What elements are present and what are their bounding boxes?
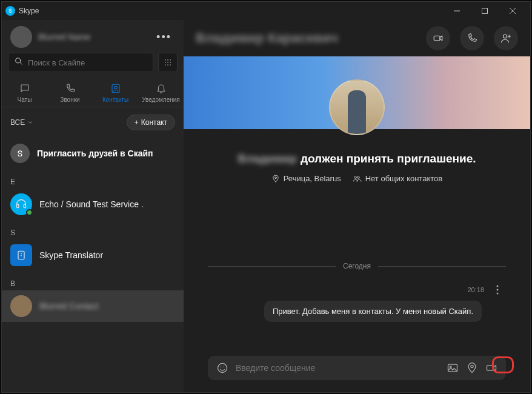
skype-logo-icon [5, 6, 15, 16]
message-input-bar[interactable] [208, 356, 506, 380]
add-user-icon [500, 33, 511, 44]
svg-point-30 [497, 285, 499, 287]
chevron-down-icon [27, 119, 33, 125]
svg-rect-22 [434, 36, 440, 41]
svg-point-38 [471, 365, 473, 367]
video-message-button[interactable] [485, 362, 497, 374]
svg-point-35 [224, 367, 225, 368]
image-icon [447, 362, 459, 374]
plus-icon: + [135, 118, 139, 127]
pin-icon [466, 362, 478, 374]
message-menu-button[interactable] [489, 281, 506, 298]
people-icon [352, 175, 362, 183]
minimize-button[interactable] [443, 2, 471, 20]
skype-icon [10, 144, 30, 163]
contact-avatar [10, 295, 32, 317]
filter-all[interactable]: ВСЕ [10, 118, 33, 127]
add-contact-button[interactable]: + Контакт [127, 115, 175, 130]
presence-online-icon [26, 209, 33, 216]
tab-calls[interactable]: Звонки [47, 78, 93, 107]
bell-icon [156, 83, 167, 94]
profile-avatar[interactable] [329, 79, 385, 135]
svg-point-32 [497, 293, 499, 295]
section-letter-v: В [2, 271, 184, 290]
audio-call-button[interactable] [460, 26, 484, 50]
svg-point-14 [170, 64, 171, 65]
svg-rect-39 [487, 366, 494, 370]
video-msg-icon [485, 362, 497, 374]
more-button[interactable]: ••• [153, 30, 175, 45]
svg-point-8 [170, 59, 171, 61]
invite-friends[interactable]: Пригласить друзей в Скайп [2, 138, 184, 169]
tab-notifications[interactable]: Уведомления [138, 78, 184, 107]
contact-selected-name: Blurred Contact [39, 301, 98, 311]
message-time: 20:18 [467, 286, 484, 293]
search-box[interactable] [8, 53, 153, 72]
vertical-dots-icon [496, 285, 499, 295]
self-name: Blurred Name [38, 32, 147, 42]
chat-icon [19, 83, 30, 94]
close-button[interactable] [499, 2, 527, 20]
contact-selected[interactable]: Blurred Contact [2, 290, 184, 322]
tab-chats-label: Чаты [18, 96, 32, 103]
window-title: Skype [19, 7, 39, 15]
svg-point-24 [504, 35, 507, 38]
translator-avatar [10, 244, 32, 266]
location-icon [271, 175, 280, 183]
profile-banner [184, 56, 530, 129]
svg-point-31 [497, 289, 499, 291]
contacts-icon [110, 83, 121, 94]
svg-point-33 [218, 364, 227, 373]
video-call-button[interactable] [426, 26, 450, 50]
emoji-button[interactable] [216, 362, 228, 374]
tab-notifications-label: Уведомления [142, 96, 180, 103]
phone-icon [467, 33, 477, 44]
svg-point-20 [21, 253, 22, 255]
maximize-button[interactable] [471, 2, 499, 20]
svg-point-28 [354, 176, 357, 178]
tab-contacts-label: Контакты [102, 96, 128, 103]
app-window: Skype Blurred Name ••• [1, 1, 531, 393]
self-avatar [10, 26, 32, 48]
svg-point-27 [274, 176, 276, 178]
contact-translator-name: Skype Translator [39, 250, 103, 260]
svg-point-37 [450, 366, 451, 368]
section-letter-e: E [2, 169, 184, 189]
profile-row[interactable]: Blurred Name ••• [2, 20, 184, 53]
svg-rect-1 [482, 8, 488, 14]
emoji-icon [216, 362, 228, 374]
dialpad-button[interactable] [158, 53, 178, 72]
svg-point-9 [165, 62, 166, 63]
message-input[interactable] [236, 363, 439, 373]
contact-translator[interactable]: Skype Translator [2, 239, 184, 271]
svg-point-10 [167, 62, 168, 63]
sidebar: Blurred Name ••• Чаты Звон [2, 20, 184, 392]
svg-point-34 [221, 367, 222, 368]
profile-info: Владимир должен принять приглашение. Реч… [184, 129, 530, 183]
attach-image-button[interactable] [447, 362, 459, 374]
search-input[interactable] [28, 58, 147, 67]
echo-avatar [10, 193, 32, 215]
tab-contacts[interactable]: Контакты [93, 78, 138, 107]
svg-point-29 [357, 176, 359, 178]
chat-pane: Владимир Карасевич Владимир должен приня… [184, 20, 530, 392]
location-button[interactable] [466, 362, 478, 374]
svg-point-13 [167, 64, 168, 65]
phone-icon [65, 83, 76, 94]
tab-chats[interactable]: Чаты [2, 78, 47, 107]
pending-text: должен принять приглашение. [301, 152, 476, 165]
add-participants-button[interactable] [494, 26, 518, 50]
mutual-contacts: Нет общих контактов [352, 174, 443, 183]
date-separator: Сегодня [208, 262, 506, 270]
svg-rect-17 [17, 204, 19, 208]
svg-point-12 [165, 64, 166, 65]
tab-calls-label: Звонки [60, 96, 79, 103]
sidebar-tabs: Чаты Звонки Контакты Уведомления [2, 78, 184, 107]
contact-echo[interactable]: Echo / Sound Test Service . [2, 189, 184, 220]
invite-text: Пригласить друзей в Скайп [37, 149, 153, 158]
profile-name-blur: Владимир [238, 152, 296, 165]
chat-title: Владимир Карасевич [196, 30, 416, 46]
video-icon [433, 33, 444, 44]
message-bubble[interactable]: Привет. Добавь меня в контакты. У меня н… [264, 301, 482, 322]
titlebar: Skype [2, 2, 530, 20]
